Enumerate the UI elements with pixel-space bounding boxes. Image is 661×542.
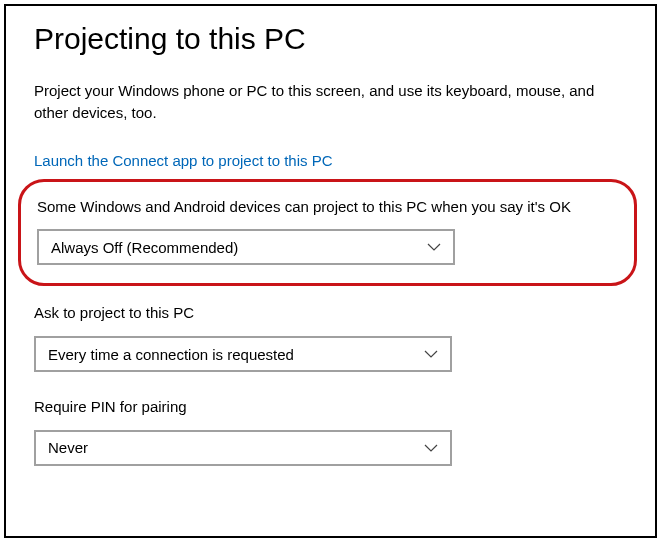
chevron-down-icon (424, 349, 438, 359)
chevron-down-icon (427, 242, 441, 252)
page-title: Projecting to this PC (34, 22, 627, 56)
project-permission-label: Some Windows and Android devices can pro… (37, 196, 618, 218)
page-description: Project your Windows phone or PC to this… (34, 80, 627, 124)
project-permission-value: Always Off (Recommended) (51, 239, 238, 256)
require-pin-block: Require PIN for pairing Never (34, 396, 627, 466)
require-pin-label: Require PIN for pairing (34, 396, 627, 418)
ask-to-project-dropdown[interactable]: Every time a connection is requested (34, 336, 452, 372)
ask-to-project-value: Every time a connection is requested (48, 346, 294, 363)
require-pin-value: Never (48, 439, 88, 456)
ask-to-project-block: Ask to project to this PC Every time a c… (34, 302, 627, 372)
chevron-down-icon (424, 443, 438, 453)
require-pin-dropdown[interactable]: Never (34, 430, 452, 466)
launch-connect-link[interactable]: Launch the Connect app to project to thi… (34, 152, 627, 169)
ask-to-project-label: Ask to project to this PC (34, 302, 627, 324)
project-permission-dropdown[interactable]: Always Off (Recommended) (37, 229, 455, 265)
settings-window: Projecting to this PC Project your Windo… (4, 4, 657, 538)
highlighted-setting: Some Windows and Android devices can pro… (18, 179, 637, 287)
